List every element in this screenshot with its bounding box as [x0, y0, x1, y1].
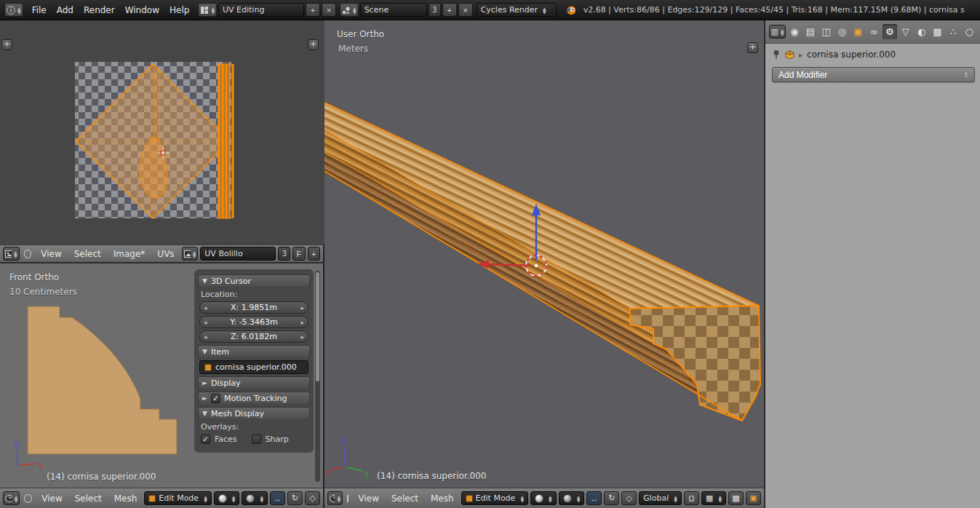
breadcrumb-object-name[interactable]: cornisa superior.000: [807, 49, 896, 60]
editor-type-button[interactable]: ▲▼: [3, 247, 20, 261]
uv-menu-view[interactable]: View: [36, 249, 66, 259]
uv-island-strip[interactable]: [218, 64, 230, 218]
cursor-z-field[interactable]: ◂ Z: 6.0182m ▸: [199, 330, 308, 343]
info-editor-type-button[interactable]: i ▲▼: [4, 3, 23, 17]
chevron-left-icon: ◂: [204, 304, 207, 311]
view-menu[interactable]: View: [353, 493, 383, 504]
scene-users-badge[interactable]: 3: [429, 3, 441, 17]
delete-scene-button[interactable]: ×: [458, 3, 473, 17]
region-expand-button[interactable]: +: [747, 42, 758, 53]
tab-physics[interactable]: ○: [962, 24, 976, 39]
region-expand-button[interactable]: +: [308, 39, 319, 50]
menu-collapse-toggle[interactable]: [24, 250, 32, 258]
editor-type-button[interactable]: ▲▼: [3, 491, 20, 505]
viewport-shading-selector[interactable]: ▲▼: [214, 491, 240, 505]
faces-checkbox[interactable]: ✓: [201, 434, 210, 444]
menu-file[interactable]: File: [27, 5, 52, 15]
plus-icon: +: [447, 6, 451, 15]
breadcrumb-arrow: ▸: [799, 51, 802, 59]
motion-tracking-checkbox[interactable]: ✓: [211, 394, 220, 403]
menu-render[interactable]: Render: [79, 5, 120, 15]
panel-mesh-display[interactable]: ▼ Mesh Display: [198, 407, 310, 420]
uv-menu-uvs[interactable]: UVs: [152, 249, 179, 259]
panel-motion-tracking[interactable]: ► ✓ Motion Tracking: [198, 392, 310, 405]
chevron-updown-icon: ▲▼: [520, 495, 524, 502]
editor-type-button[interactable]: ▥ ▲▼: [769, 25, 786, 39]
object-name-field[interactable]: cornisa superior.000: [199, 360, 308, 374]
menu-collapse-toggle[interactable]: [347, 494, 348, 503]
transform-orientation-selector[interactable]: Global ▲▼: [639, 491, 682, 505]
new-image-button[interactable]: +: [308, 247, 320, 261]
manipulator-rotate-button[interactable]: ↻: [604, 491, 619, 505]
select-menu[interactable]: Select: [70, 493, 107, 504]
select-menu[interactable]: Select: [386, 493, 423, 504]
menu-window[interactable]: Window: [120, 5, 164, 15]
render-engine-selector[interactable]: Cycles Render ▲▼: [477, 3, 557, 17]
region-expand-button[interactable]: +: [1, 39, 12, 50]
tab-texture[interactable]: ▩: [930, 24, 944, 39]
manipulator-scale-button[interactable]: ◇: [621, 491, 637, 505]
viewport-shading-selector[interactable]: ▲▼: [530, 491, 557, 505]
tab-constraints[interactable]: ∞: [867, 24, 881, 39]
tab-world[interactable]: ◎: [835, 24, 850, 39]
tab-scene[interactable]: ◫: [819, 24, 834, 39]
scene-browse-button[interactable]: ▲▼: [340, 3, 359, 17]
image-name-field[interactable]: UV Bolillo: [200, 247, 276, 261]
screen-layout-selector[interactable]: UV Editing: [218, 3, 304, 17]
mode-selector[interactable]: Edit Mode ▲▼: [144, 491, 211, 505]
manipulator-translate-button[interactable]: ↔: [270, 491, 285, 505]
snap-toggle-button[interactable]: Ω: [684, 491, 699, 505]
layout-browse-button[interactable]: ▲▼: [198, 3, 217, 17]
sharp-checkbox[interactable]: [252, 434, 261, 444]
mesh-menu[interactable]: Mesh: [426, 493, 459, 504]
shading-sphere-icon: [535, 494, 543, 503]
viewport-canvas[interactable]: Z x y: [324, 20, 764, 488]
cornice-mesh[interactable]: [324, 103, 760, 421]
render-opengl-button[interactable]: ▩: [728, 491, 744, 505]
add-modifier-button[interactable]: Add Modifier ▲▼: [772, 67, 975, 82]
panel-scrollbar[interactable]: [315, 271, 320, 482]
tab-particles[interactable]: ∴: [946, 24, 960, 39]
image-browse-button[interactable]: ▲▼: [182, 247, 199, 261]
menu-collapse-toggle[interactable]: [24, 494, 32, 503]
delete-layout-button[interactable]: ×: [322, 3, 336, 17]
image-users-badge[interactable]: 3: [278, 247, 290, 261]
render-opengl-anim-button[interactable]: ▣: [746, 491, 761, 505]
uv-canvas[interactable]: [0, 20, 324, 245]
mesh-menu[interactable]: Mesh: [109, 493, 143, 504]
manipulator-rotate-button[interactable]: ↻: [287, 491, 303, 505]
mode-selector[interactable]: Edit Mode ▲▼: [461, 491, 528, 505]
uv-menu-select[interactable]: Select: [69, 249, 106, 259]
fake-user-button[interactable]: F: [292, 247, 305, 261]
panel-item[interactable]: ▼ Item: [198, 345, 310, 358]
uv-menu-image[interactable]: Image*: [108, 249, 151, 259]
pivot-selector[interactable]: ▲▼: [242, 491, 268, 505]
manipulator-scale-button[interactable]: ◇: [305, 491, 320, 505]
snap-element-icon: ▦: [706, 493, 713, 503]
cornice-profile-shape[interactable]: [28, 306, 177, 454]
axis-x-label: x: [39, 461, 43, 469]
panel-display[interactable]: ► Display: [198, 376, 310, 389]
manipulator-translate-button[interactable]: ↔: [586, 491, 602, 505]
snap-element-selector[interactable]: ▦ ▲▼: [701, 491, 726, 505]
cursor-x-field[interactable]: ◂ X: 1.9851m ▸: [199, 301, 308, 314]
tab-material[interactable]: ◐: [915, 24, 929, 39]
pivot-selector[interactable]: ▲▼: [559, 491, 585, 505]
tab-modifiers[interactable]: ⚙: [883, 24, 897, 39]
menu-help[interactable]: Help: [164, 5, 194, 15]
scene-selector[interactable]: Scene: [360, 3, 427, 17]
tab-render-layers[interactable]: ▤: [803, 24, 818, 39]
panel-3d-cursor[interactable]: ▼ 3D Cursor: [198, 274, 310, 287]
editor-type-button[interactable]: ▲▼: [327, 491, 343, 505]
add-layout-button[interactable]: +: [306, 3, 320, 17]
menu-add[interactable]: Add: [52, 5, 79, 15]
view-menu[interactable]: View: [36, 493, 67, 504]
scrollbar-thumb[interactable]: [316, 272, 319, 381]
cursor-y-field[interactable]: ◂ Y: -5.3463m ▸: [199, 316, 308, 328]
axis-z-label: Z: [341, 436, 347, 445]
pin-icon[interactable]: [772, 49, 781, 60]
tab-object[interactable]: ▣: [850, 24, 865, 39]
tab-object-data[interactable]: ▽: [899, 24, 913, 39]
add-scene-button[interactable]: +: [442, 3, 457, 17]
tab-render[interactable]: ◉: [787, 24, 802, 39]
